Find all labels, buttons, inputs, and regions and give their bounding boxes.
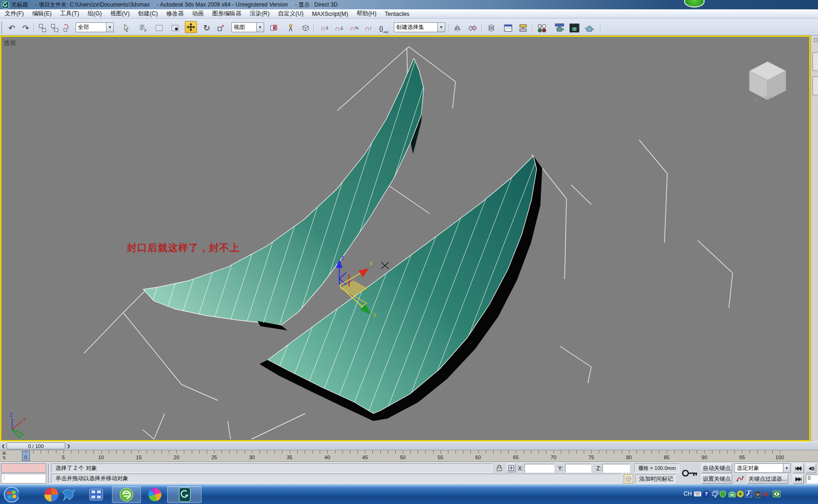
view-cube[interactable]: 前 左 — [749, 51, 786, 104]
statusbar-grip[interactable] — [48, 464, 49, 483]
command-panel-partial-button[interactable] — [812, 52, 818, 71]
schematic-view-icon[interactable] — [517, 22, 529, 34]
menu-item[interactable]: Tentacles — [385, 11, 410, 17]
go-to-start-button[interactable] — [793, 463, 804, 473]
track-bar-ruler[interactable]: 0510152025303540455055606570758085909510… — [0, 450, 818, 462]
tray-plus-icon[interactable] — [736, 490, 744, 498]
window-crossing-icon[interactable] — [169, 22, 181, 34]
x-coord-field[interactable] — [524, 464, 554, 473]
taskbar-colorwheel-app-icon[interactable] — [147, 487, 162, 502]
menu-item[interactable]: MAXScript(M) — [312, 11, 348, 17]
undo-button[interactable]: ↶ — [6, 22, 18, 34]
percent-snap-icon[interactable]: ∩% — [348, 22, 360, 34]
tray-keyboard-icon[interactable] — [693, 490, 701, 498]
viewport-canvas[interactable]: z x y Z x y 前 左 — [1, 37, 809, 440]
align-icon[interactable] — [467, 22, 479, 34]
key-filters-button[interactable]: 关键点过滤器... — [747, 474, 788, 484]
current-frame-field[interactable]: 0 — [806, 475, 818, 483]
perspective-viewport[interactable]: z x y Z x y 前 左 — [0, 35, 811, 441]
y-coord-field[interactable] — [565, 464, 591, 473]
title-bar[interactable]: 无标题 - 项目文件夹: C:\Users\zx\Documents\3dsma… — [0, 0, 818, 9]
set-key-big-icon[interactable] — [681, 466, 699, 480]
unlink-icon[interactable] — [49, 22, 61, 34]
absolute-offset-toggle[interactable] — [507, 463, 516, 472]
reference-coordinate-dropdown[interactable]: 视图▼ — [231, 22, 264, 32]
taskbar-storm-player-icon[interactable] — [89, 487, 104, 502]
taskbar-pinwheel-app-icon[interactable] — [44, 487, 59, 502]
menu-item[interactable]: 渲染(R) — [250, 10, 269, 18]
select-and-move-button[interactable] — [185, 21, 197, 33]
mirror-icon[interactable] — [452, 22, 464, 34]
taskbar-green-browser-icon[interactable] — [119, 487, 134, 502]
render-setup-icon[interactable] — [553, 22, 566, 34]
isolate-cube-icon[interactable] — [624, 474, 633, 483]
menu-item[interactable]: 帮助(H) — [357, 10, 376, 18]
add-time-tag[interactable]: 添加时间标记 — [635, 474, 676, 483]
menu-item[interactable]: 编辑(E) — [32, 10, 52, 18]
key-filter-curve-icon[interactable] — [735, 474, 745, 483]
open-mini-curve-editor-button[interactable]: ⊞⇅ — [2, 451, 16, 461]
time-slider-track[interactable]: ❮ 0 / 100 ❯ — [0, 441, 818, 450]
tray-eye-icon[interactable] — [773, 490, 781, 498]
keyboard-shortcut-override-icon[interactable] — [300, 22, 312, 34]
viewport-type-label[interactable]: 透视 — [4, 39, 16, 48]
menu-item[interactable]: 动画 — [192, 10, 204, 18]
taskbar-3dsmax-icon[interactable] — [177, 487, 192, 502]
menu-item[interactable]: 自定义(U) — [278, 10, 304, 18]
select-and-link-icon[interactable] — [36, 22, 49, 34]
tray-network-icon[interactable] — [754, 490, 762, 498]
previous-frame-button[interactable] — [806, 463, 816, 473]
rectangular-selection-region-icon[interactable] — [153, 22, 165, 34]
snaps-toggle-icon[interactable]: ∩3 — [318, 22, 330, 34]
menu-item[interactable]: 组(G) — [88, 10, 102, 18]
rendered-frame-window-icon[interactable] — [568, 22, 580, 34]
menu-item[interactable]: 图形编辑器 — [212, 10, 242, 18]
select-and-rotate-icon[interactable]: ↻ — [201, 22, 213, 34]
select-and-manipulate-icon[interactable] — [285, 22, 297, 34]
auto-key-button[interactable]: 自动关键点 — [701, 463, 732, 473]
select-object-icon[interactable] — [120, 22, 133, 34]
bind-to-spacewarp-icon[interactable] — [61, 22, 73, 34]
time-slider-button[interactable]: 0 / 100 — [7, 442, 65, 449]
z-coord-field[interactable] — [602, 464, 630, 473]
named-selection-sets-icon[interactable]: {} ABC — [377, 22, 391, 34]
menu-item[interactable]: 修改器 — [166, 10, 184, 18]
start-button[interactable] — [4, 487, 19, 502]
overlay-orb[interactable] — [684, 0, 705, 7]
command-panel-partial-button[interactable] — [812, 77, 818, 95]
go-to-end-button[interactable] — [793, 474, 804, 484]
time-slider-next-arrow[interactable]: ❯ — [66, 442, 71, 449]
taskbar-thunder-bird-icon[interactable] — [61, 487, 76, 502]
tray-wrench-icon[interactable] — [745, 490, 753, 498]
set-key-button[interactable]: 设置关键点 — [701, 474, 732, 484]
use-pivot-center-icon[interactable] — [268, 22, 280, 34]
angle-snap-icon[interactable]: ∩∠ — [333, 22, 345, 34]
menu-item[interactable]: 文件(F) — [5, 10, 24, 18]
tray-toolbox-icon[interactable] — [728, 490, 736, 498]
menu-item[interactable]: 创建(C) — [138, 10, 158, 18]
material-editor-icon[interactable] — [536, 22, 548, 34]
quick-render-icon[interactable] — [583, 22, 595, 34]
selection-lock-icon[interactable] — [496, 464, 503, 472]
key-mode-dropdown[interactable]: 选定对象▼ — [734, 463, 790, 473]
command-panel-sliver[interactable] — [811, 35, 818, 441]
tray-shield-icon[interactable] — [719, 490, 727, 498]
tray-language-indicator[interactable]: CH — [684, 490, 692, 497]
layer-manager-icon[interactable] — [485, 22, 497, 34]
time-slider-prev-arrow[interactable]: ❮ — [0, 442, 6, 449]
toolbar-grip[interactable] — [1, 22, 3, 34]
maxscript-listener-input[interactable]: : — [1, 474, 46, 483]
selection-filter-dropdown[interactable]: 全部▼ — [76, 22, 114, 32]
tray-volume-icon[interactable] — [762, 490, 770, 498]
select-by-name-icon[interactable] — [137, 22, 149, 34]
select-and-scale-icon[interactable] — [215, 22, 227, 34]
menu-item[interactable]: 视图(V) — [110, 10, 130, 18]
redo-button[interactable]: ↷ — [20, 22, 32, 34]
curve-editor-icon[interactable] — [502, 22, 514, 34]
spinner-snap-icon[interactable]: ∩↕ — [362, 22, 374, 34]
menu-item[interactable]: 工具(T) — [60, 10, 79, 18]
maxscript-listener-pink[interactable] — [1, 463, 46, 473]
tray-restore-windows-icon[interactable] — [711, 490, 719, 498]
tray-help-icon[interactable]: ? — [702, 490, 710, 498]
named-selection-set-combo[interactable]: 创建选择集▼ — [394, 22, 445, 32]
